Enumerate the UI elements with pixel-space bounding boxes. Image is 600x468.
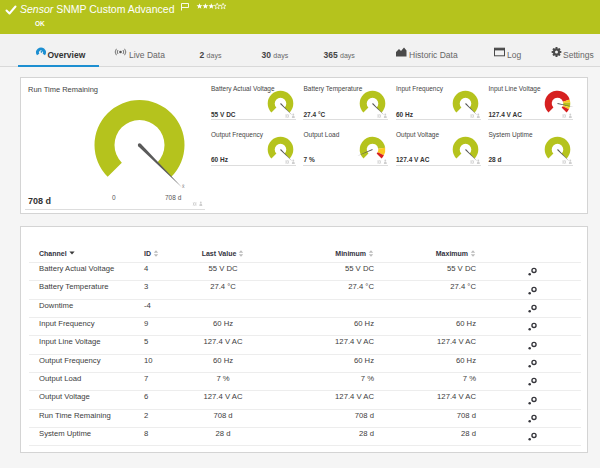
svg-text:x̄: x̄ [182,183,185,189]
